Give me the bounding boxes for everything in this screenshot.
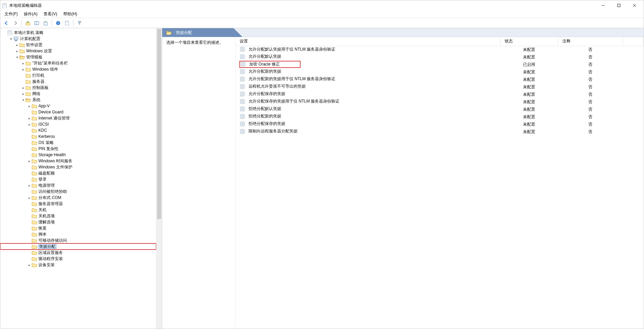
menu-view[interactable]: 查看(V) (44, 11, 57, 17)
tree-storage-health[interactable]: •Storage Health (0, 152, 156, 158)
tree-device-installation[interactable]: ▸设备安装 (0, 262, 156, 268)
tree-internet-comm[interactable]: ▸Internet 通信管理 (0, 115, 156, 121)
folder-icon (32, 232, 37, 237)
policy-row[interactable]: 加密 Oracle 修正已启用否 (236, 61, 644, 68)
titlebar: 本地组策略编辑器 (0, 0, 644, 11)
column-header-comment[interactable]: 注释 (558, 37, 623, 46)
column-header-status[interactable]: 状态 (500, 37, 558, 46)
tree-device-guard[interactable]: •Device Guard (0, 109, 156, 115)
folder-icon (32, 189, 37, 194)
tree-server-manager[interactable]: •服务器管理器 (0, 201, 156, 207)
tree-scripts[interactable]: •脚本 (0, 231, 156, 237)
tree-printers[interactable]: •打印机 (0, 72, 156, 78)
tree-recovery[interactable]: •恢复 (0, 225, 156, 231)
export-list-button[interactable] (41, 19, 50, 27)
expand-toggle[interactable]: ▸ (27, 184, 32, 187)
expand-toggle[interactable]: ▸ (15, 43, 19, 47)
policy-row[interactable]: 拒绝分配默认凭据未配置否 (236, 106, 644, 113)
tree-windows-time[interactable]: ▸Windows 时间服务 (0, 158, 156, 164)
tree-shutdown-options[interactable]: •关机选项 (0, 213, 156, 219)
forward-button[interactable] (11, 19, 19, 27)
policy-comment: 否 (558, 91, 623, 98)
policy-row[interactable]: 允许分配默认凭据未配置否 (236, 53, 644, 61)
tree-windows-file-protection[interactable]: •Windows 文件保护 (0, 164, 156, 170)
expand-toggle[interactable]: ▸ (21, 92, 26, 96)
tree-control-panel[interactable]: ▸控制面板 (0, 85, 156, 91)
folder-icon (32, 140, 37, 145)
tree-shutdown[interactable]: •关机 (0, 207, 156, 213)
tree-iscsi[interactable]: ▸iSCSI (0, 121, 156, 127)
policy-status: 未配置 (500, 68, 558, 76)
back-button[interactable] (2, 19, 11, 27)
close-button[interactable] (627, 0, 642, 11)
policy-row[interactable]: 拒绝分配新的凭据未配置否 (236, 113, 644, 121)
maximize-button[interactable] (611, 0, 627, 11)
tree-logon[interactable]: •登录 (0, 176, 156, 182)
expand-toggle[interactable]: ▸ (21, 61, 26, 65)
expand-toggle[interactable]: ▸ (27, 159, 32, 163)
tree-root-node[interactable]: •本地计算机 策略 (0, 30, 156, 36)
policy-row[interactable]: 允许分配默认凭据用于仅 NTLM 服务器身份验证未配置否 (236, 46, 644, 53)
policy-row[interactable]: 允许分配保存的凭据用于仅 NTLM 服务器身份验证未配置否 (236, 98, 644, 106)
tree-dcom[interactable]: ▸分布式 COM (0, 195, 156, 201)
menu-action[interactable]: 操作(A) (24, 11, 37, 17)
up-button[interactable] (24, 19, 32, 27)
tree-kdc[interactable]: •KDC (0, 127, 156, 133)
policy-row[interactable]: 允许分配新的凭据未配置否 (236, 68, 644, 76)
tree-windows-settings[interactable]: ▸Windows 设置 (0, 48, 156, 54)
expand-toggle[interactable]: ▸ (27, 104, 32, 108)
minimize-button[interactable] (595, 0, 611, 11)
policy-status: 未配置 (500, 83, 558, 91)
tree-disk-quotas[interactable]: •磁盘配额 (0, 170, 156, 176)
help-button[interactable] (54, 19, 62, 27)
tree-windows-components[interactable]: ▸Windows 组件 (0, 66, 156, 72)
collapse-toggle[interactable]: ▾ (15, 55, 19, 59)
expand-toggle[interactable]: ▸ (21, 86, 26, 90)
tree-pin-complexity[interactable]: •PIN 复杂性 (0, 146, 156, 152)
tree-credential-delegation[interactable]: •凭据分配 (0, 243, 156, 250)
tree-start-menu[interactable]: ▸"开始"菜单和任务栏 (0, 60, 156, 66)
collapse-toggle[interactable]: ▾ (21, 98, 26, 102)
tree-scrollbar[interactable] (156, 28, 162, 329)
expand-toggle[interactable]: ▸ (27, 116, 32, 120)
show-hide-tree-button[interactable] (33, 19, 41, 27)
menu-file[interactable]: 文件(F) (4, 11, 18, 17)
tree-os-policies[interactable]: •OS 策略 (0, 140, 156, 146)
tree-item-label: 脚本 (38, 232, 47, 237)
properties-button[interactable] (63, 19, 71, 27)
tree-power-mgmt[interactable]: ▸电源管理 (0, 182, 156, 188)
policy-row[interactable]: 限制向远程服务器分配凭据未配置否 (236, 128, 644, 135)
expand-toggle[interactable]: ▸ (27, 196, 32, 200)
tree-computer-config[interactable]: ▾计算机配置 (0, 36, 156, 42)
policy-row[interactable]: 远程机允许委派不可导出的凭据未配置否 (236, 83, 644, 91)
collapse-toggle[interactable]: ▾ (9, 37, 13, 41)
tree-driver-installation[interactable]: •驱动程序安装 (0, 256, 156, 262)
policy-row[interactable]: 拒绝分配保存的凭据未配置否 (236, 121, 644, 128)
expand-toggle[interactable]: ▸ (15, 49, 19, 53)
tree-appv[interactable]: ▸App-V (0, 103, 156, 109)
folder-icon (32, 177, 37, 182)
policy-status: 未配置 (500, 113, 558, 121)
tree-item-label: PIN 复杂性 (38, 146, 58, 152)
filter-button[interactable] (75, 19, 84, 27)
policy-row[interactable]: 允许分配保存的凭据未配置否 (236, 91, 644, 98)
menu-help[interactable]: 帮助(H) (63, 11, 77, 17)
tree-mitigation-options[interactable]: •缓解选项 (0, 219, 156, 225)
tree-kerberos[interactable]: •Kerberos (0, 133, 156, 140)
tree-access-denied[interactable]: •访问被拒绝协助 (0, 188, 156, 195)
tree-scroll-area[interactable]: •本地计算机 策略▾计算机配置▸软件设置▸Windows 设置▾管理模板▸"开始… (0, 28, 156, 329)
setting-icon (240, 61, 246, 67)
expand-toggle[interactable]: ▸ (27, 123, 32, 126)
expand-toggle[interactable]: ▸ (21, 68, 26, 71)
tree-item-label: Storage Health (38, 152, 66, 157)
tree-software-settings[interactable]: ▸软件设置 (0, 42, 156, 48)
column-header-setting[interactable]: 设置 (236, 37, 500, 46)
tree-system[interactable]: ▾系统 (0, 97, 156, 103)
policy-row[interactable]: 允许分配新的凭据用于仅 NTLM 服务器身份验证未配置否 (236, 76, 644, 83)
tree-removable-storage[interactable]: •可移动存储访问 (0, 237, 156, 243)
expand-toggle[interactable]: ▸ (27, 263, 32, 267)
tree-locale-services[interactable]: •区域设置服务 (0, 250, 156, 256)
tree-network[interactable]: ▸网络 (0, 91, 156, 97)
tree-servers[interactable]: •服务器 (0, 78, 156, 85)
tree-admin-templates[interactable]: ▾管理模板 (0, 54, 156, 60)
